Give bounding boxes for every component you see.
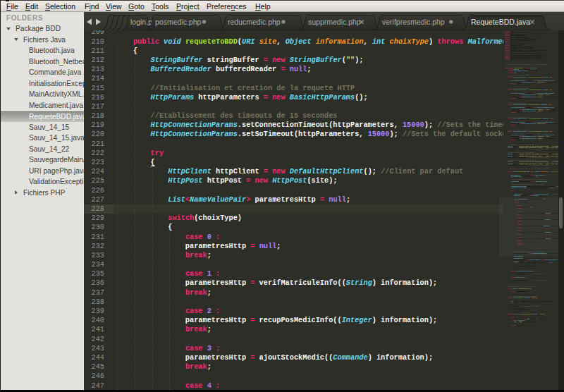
svg-text:✕: ✕ xyxy=(359,18,365,26)
svg-text:reducmedic.php: reducmedic.php xyxy=(228,18,281,26)
svg-text:login.p: login.p xyxy=(130,18,152,26)
svg-text:posmedic.php: posmedic.php xyxy=(155,18,202,26)
svg-text:RequeteBDD.java: RequeteBDD.java xyxy=(471,18,530,26)
svg-text:supprmedic.php: supprmedic.php xyxy=(308,18,361,26)
svg-text:✕: ✕ xyxy=(529,18,536,26)
svg-text:verifpresmedic.php: verifpresmedic.php xyxy=(382,18,445,26)
